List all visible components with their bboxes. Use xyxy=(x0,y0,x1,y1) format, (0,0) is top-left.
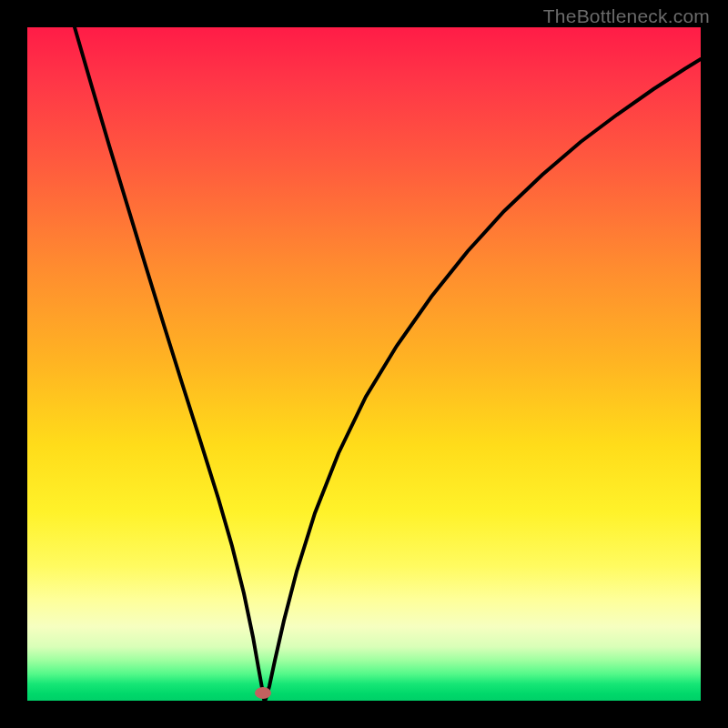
minimum-marker xyxy=(255,687,271,699)
chart-frame: TheBottleneck.com xyxy=(0,0,728,728)
watermark-text: TheBottleneck.com xyxy=(543,5,710,27)
plot-area xyxy=(27,27,701,701)
bottleneck-curve xyxy=(27,27,701,701)
